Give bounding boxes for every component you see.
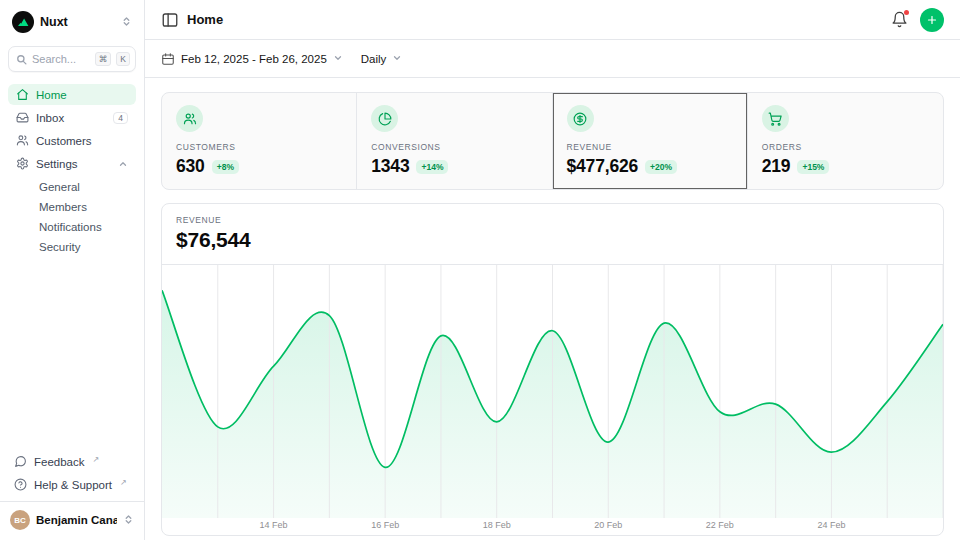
sidebar-footer: Feedback ↗ Help & Support ↗ <box>8 451 136 495</box>
content: CUSTOMERS 630 +8% CONVERSIONS 1343 +14% <box>145 78 960 540</box>
chevron-up-down-icon <box>123 511 134 529</box>
chart-total-value: $76,544 <box>176 228 929 252</box>
team-switcher[interactable]: Nuxt <box>8 8 136 36</box>
kbd-key: K <box>116 52 130 66</box>
users-icon <box>16 134 29 147</box>
help-circle-icon <box>14 478 27 491</box>
date-range-value: Feb 12, 2025 - Feb 26, 2025 <box>181 53 327 65</box>
kbd-meta: ⌘ <box>95 52 112 66</box>
shopping-cart-icon <box>762 105 789 132</box>
x-axis-label: 22 Feb <box>706 520 734 530</box>
revenue-area-chart-svg <box>162 265 943 518</box>
page-title: Home <box>187 12 223 27</box>
gear-icon <box>16 157 29 170</box>
sidebar-item-label: Home <box>36 89 67 101</box>
plot-area <box>162 265 943 518</box>
chart-pie-icon <box>371 105 398 132</box>
plus-icon <box>926 14 938 26</box>
dollar-circle-icon <box>567 105 594 132</box>
date-range-picker[interactable]: Feb 12, 2025 - Feb 26, 2025 <box>161 52 343 66</box>
sidebar-item-customers[interactable]: Customers <box>8 130 136 151</box>
search-placeholder: Search... <box>32 53 90 65</box>
external-link-icon: ↗ <box>120 478 127 487</box>
calendar-icon <box>161 52 175 66</box>
filter-bar: Feb 12, 2025 - Feb 26, 2025 Daily <box>145 40 960 78</box>
chart-title: REVENUE <box>176 215 929 225</box>
sidebar-subitem-security[interactable]: Security <box>8 238 136 256</box>
help-support-link[interactable]: Help & Support ↗ <box>8 474 136 495</box>
stat-delta-badge: +15% <box>797 160 829 174</box>
stat-delta-badge: +8% <box>212 160 239 174</box>
stat-label: CONVERSIONS <box>371 142 537 152</box>
speech-bubble-icon <box>14 455 27 468</box>
stat-card-conversions[interactable]: CONVERSIONS 1343 +14% <box>357 93 552 189</box>
top-header: Home <box>145 0 960 40</box>
search-icon <box>16 54 27 65</box>
inbox-count-badge: 4 <box>113 112 128 124</box>
stat-value: 630 <box>176 156 205 177</box>
chevron-up-icon <box>118 159 128 169</box>
feedback-label: Feedback <box>34 456 85 468</box>
revenue-chart: 14 Feb16 Feb18 Feb20 Feb22 Feb24 Feb <box>162 265 943 535</box>
stat-card-orders[interactable]: ORDERS 219 +15% <box>748 93 943 189</box>
app-root: Nuxt Search... ⌘ K Home <box>0 0 960 540</box>
sidebar-nav: Home Inbox 4 Customers Settings <box>8 84 136 256</box>
nuxt-logo-icon <box>12 11 34 33</box>
user-name: Benjamin Canac <box>36 514 117 526</box>
sidebar-subitem-members[interactable]: Members <box>8 198 136 216</box>
granularity-select[interactable]: Daily <box>361 53 403 65</box>
stat-label: REVENUE <box>567 142 733 152</box>
stat-card-customers[interactable]: CUSTOMERS 630 +8% <box>162 93 357 189</box>
inbox-icon <box>16 111 29 124</box>
team-name: Nuxt <box>40 15 115 29</box>
sidebar-toggle-icon[interactable] <box>161 11 179 29</box>
stat-value: 219 <box>762 156 791 177</box>
help-support-label: Help & Support <box>34 479 112 491</box>
sidebar-item-home[interactable]: Home <box>8 84 136 105</box>
revenue-chart-card: REVENUE $76,544 <box>161 203 944 536</box>
chart-header: REVENUE $76,544 <box>162 204 943 265</box>
x-axis-label: 14 Feb <box>260 520 288 530</box>
notifications-button[interactable] <box>891 11 908 28</box>
stat-label: ORDERS <box>762 142 929 152</box>
chevron-up-down-icon <box>121 13 132 31</box>
x-axis-label: 18 Feb <box>483 520 511 530</box>
sidebar-subitem-general[interactable]: General <box>8 178 136 196</box>
chevron-down-icon <box>392 53 402 65</box>
external-link-icon: ↗ <box>93 455 100 464</box>
x-axis-label: 24 Feb <box>817 520 845 530</box>
feedback-link[interactable]: Feedback ↗ <box>8 451 136 472</box>
stat-delta-badge: +14% <box>416 160 448 174</box>
search-input[interactable]: Search... ⌘ K <box>8 46 136 72</box>
stat-card-revenue[interactable]: REVENUE $477,626 +20% <box>553 93 748 189</box>
stat-value: 1343 <box>371 156 409 177</box>
main-area: Home Feb 12, 2025 - Feb 26, 2025 <box>145 0 960 540</box>
add-button[interactable] <box>920 8 944 32</box>
home-icon <box>16 88 29 101</box>
sidebar-item-label: Customers <box>36 135 92 147</box>
x-axis-labels: 14 Feb16 Feb18 Feb20 Feb22 Feb24 Feb <box>162 520 943 532</box>
sidebar-item-label: Settings <box>36 158 78 170</box>
avatar: BC <box>10 510 30 530</box>
user-menu[interactable]: BC Benjamin Canac <box>0 501 144 532</box>
chevron-down-icon <box>333 53 343 65</box>
granularity-value: Daily <box>361 53 387 65</box>
users-icon <box>176 105 203 132</box>
sidebar-subitem-notifications[interactable]: Notifications <box>8 218 136 236</box>
sidebar-item-settings[interactable]: Settings <box>8 153 136 174</box>
stat-delta-badge: +20% <box>645 160 677 174</box>
notification-dot <box>904 10 909 15</box>
x-axis-label: 16 Feb <box>371 520 399 530</box>
stat-label: CUSTOMERS <box>176 142 342 152</box>
sidebar: Nuxt Search... ⌘ K Home <box>0 0 145 540</box>
stats-row: CUSTOMERS 630 +8% CONVERSIONS 1343 +14% <box>161 92 944 190</box>
sidebar-item-inbox[interactable]: Inbox 4 <box>8 107 136 128</box>
stat-value: $477,626 <box>567 156 639 177</box>
settings-subnav: General Members Notifications Security <box>8 178 136 256</box>
sidebar-item-label: Inbox <box>36 112 64 124</box>
x-axis-label: 20 Feb <box>594 520 622 530</box>
